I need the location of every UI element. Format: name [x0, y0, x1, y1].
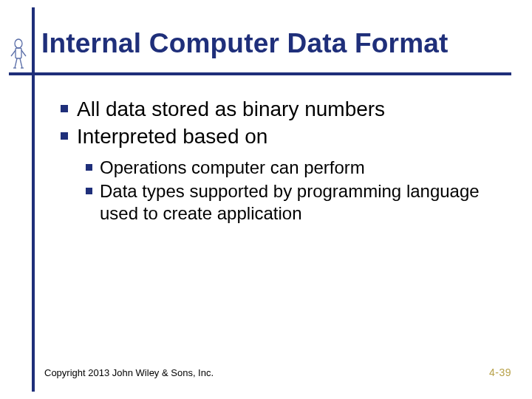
logo-icon — [9, 38, 28, 69]
slide: Internal Computer Data Format All data s… — [0, 0, 532, 399]
list-item: Data types supported by programming lang… — [86, 180, 499, 225]
bullet-text: Data types supported by programming lang… — [100, 180, 499, 225]
bullet-square-icon — [86, 188, 92, 194]
svg-line-5 — [20, 58, 22, 68]
list-item: All data stored as binary numbers — [61, 96, 497, 122]
svg-line-3 — [21, 50, 26, 56]
bullet-list-level2: Operations computer can perform Data typ… — [86, 157, 499, 226]
slide-title: Internal Computer Data Format — [41, 28, 449, 59]
title-underline — [9, 72, 511, 75]
svg-point-0 — [15, 39, 22, 48]
left-vertical-rule — [32, 7, 35, 392]
bullet-text: Operations computer can perform — [100, 157, 499, 179]
bullet-text: Interpreted based on — [77, 123, 497, 149]
svg-rect-1 — [16, 48, 21, 58]
svg-line-4 — [15, 58, 17, 68]
list-item: Interpreted based on — [61, 123, 497, 149]
copyright-text: Copyright 2013 John Wiley & Sons, Inc. — [44, 367, 214, 378]
bullet-square-icon — [61, 132, 68, 140]
svg-line-2 — [11, 50, 16, 56]
page-number: 4-39 — [489, 366, 511, 378]
bullet-text: All data stored as binary numbers — [77, 96, 497, 122]
bullet-square-icon — [61, 105, 68, 112]
list-item: Operations computer can perform — [86, 157, 499, 179]
bullet-list-level1: All data stored as binary numbers Interp… — [61, 96, 497, 151]
bullet-square-icon — [86, 164, 92, 171]
